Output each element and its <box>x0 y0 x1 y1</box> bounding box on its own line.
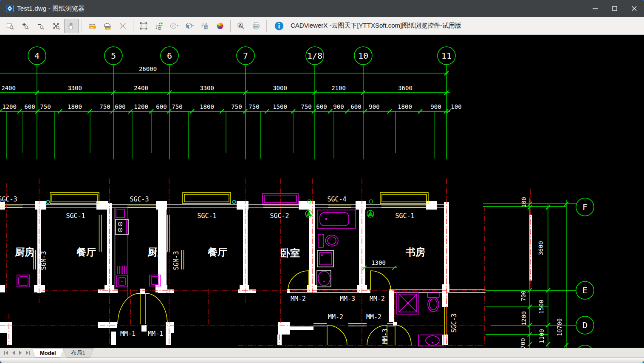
zoom-extents-button[interactable] <box>49 19 63 33</box>
grid-bubble-label: E <box>582 285 588 295</box>
dimension-label: 600 <box>24 103 35 110</box>
dimension-label: 1200 <box>2 103 17 110</box>
next-sheet-button[interactable] <box>17 349 24 357</box>
measure-area-icon <box>103 20 112 31</box>
first-sheet-button[interactable] <box>3 349 10 357</box>
grid-bubble-label: F <box>582 202 588 212</box>
component-tag: MM-2 <box>370 295 385 303</box>
dimension-label: 10700 <box>556 318 563 336</box>
component-tag: MM-1 <box>120 330 136 337</box>
dimension-label: 1200 <box>520 311 527 326</box>
find-text-icon: A <box>237 20 245 31</box>
dimension-label: 1100 <box>538 329 545 343</box>
measure-distance-button[interactable] <box>85 19 99 33</box>
room-label: 厨房 <box>147 247 167 258</box>
refresh-view-button[interactable] <box>152 19 166 33</box>
zoom-out-icon <box>37 20 45 31</box>
component-tag: MM-3 <box>340 295 355 303</box>
dimension-label: 1800 <box>398 103 412 110</box>
dimension-label: 2400 <box>1 85 16 91</box>
view-orientation-icon <box>170 20 178 31</box>
component-tag: SGC-3 <box>0 196 17 203</box>
dimension-label: 1200 <box>134 103 148 110</box>
component-tag: MM-3 <box>381 329 389 344</box>
visual-style-icon <box>185 20 194 31</box>
dimension-label: 700 <box>520 338 526 348</box>
maximize-button[interactable] <box>605 0 624 17</box>
grid-bubble-label: 4 <box>34 51 40 61</box>
dimension-label: 750 <box>40 103 51 110</box>
dimension-label: 3600 <box>537 241 544 255</box>
zoom-out-button[interactable] <box>34 19 48 33</box>
brand-text: CADViewerX -云图天下[YTTXSoft.com]图纸浏览控件-试用版 <box>291 22 461 30</box>
snap-point-icon <box>119 20 127 31</box>
dimension-label: 3300 <box>200 85 214 91</box>
layers-icon <box>201 20 209 31</box>
drawing-canvas[interactable]: 2600045671/81011240033002400330030002100… <box>0 35 644 348</box>
total-dimension-label: 26000 <box>139 65 157 72</box>
component-tag: MM-2 <box>328 313 343 321</box>
dimension-label: 1500 <box>538 300 545 314</box>
dimension-label: 750 <box>301 103 311 110</box>
measure-area-button[interactable] <box>100 19 115 33</box>
room-label: 书房 <box>405 247 425 258</box>
zoom-in-button[interactable] <box>18 19 33 33</box>
zoom-window-button[interactable] <box>3 19 17 33</box>
main-toolbar: A CADViewerX -云图天下[YTTXSoft.com]图纸浏览控件-试… <box>0 17 644 35</box>
layers-button[interactable] <box>198 19 212 33</box>
app-window: Test1.dwg - 图纸浏览器 <box>0 0 644 363</box>
component-tag: SGC-1 <box>395 212 414 220</box>
marker-circle-cyan <box>232 200 236 204</box>
visual-style-button[interactable] <box>182 19 197 33</box>
last-sheet-button[interactable] <box>24 349 31 357</box>
zoom-extents-icon <box>52 20 60 31</box>
zoom-in-icon <box>21 20 30 31</box>
component-tag: SGM-3 <box>172 251 180 270</box>
colors-button[interactable] <box>213 19 227 33</box>
sheet-tab-bar: Model 布局1 <box>0 348 644 363</box>
previous-sheet-button[interactable] <box>10 349 17 357</box>
print-button[interactable] <box>249 19 263 33</box>
color-wheel-icon <box>216 20 224 31</box>
dimension-label: 100 <box>451 103 461 110</box>
title-bar: Test1.dwg - 图纸浏览器 <box>0 0 644 17</box>
grid-bubble-label: 5 <box>111 51 116 61</box>
room-label: 卧室 <box>280 247 300 258</box>
pan-hand-icon <box>67 20 76 31</box>
component-tag: SGC-3 <box>450 313 458 332</box>
sheet-nav <box>0 348 33 357</box>
snap-point-button[interactable] <box>116 19 130 33</box>
door-dimension-label: 1300 <box>371 259 386 266</box>
grid-bubble-label: 1/8 <box>307 51 322 61</box>
tab-layout1[interactable]: 布局1 <box>63 348 94 357</box>
close-button[interactable] <box>624 0 644 17</box>
grid-bubble-label: 6 <box>167 51 172 61</box>
dimension-label: 600 <box>350 103 361 110</box>
refresh-view-icon <box>155 20 163 31</box>
find-text-button[interactable]: A <box>234 19 248 33</box>
dimension-label: 1800 <box>200 103 214 110</box>
component-tag: SGC-2 <box>270 212 289 220</box>
marker-circle-green <box>369 200 373 203</box>
component-tag: MM-1 <box>148 330 163 337</box>
dimension-label: 3000 <box>273 85 287 91</box>
dimension-label: 3300 <box>68 85 82 91</box>
view-orientation-button[interactable] <box>167 19 181 33</box>
dimension-label: 750 <box>249 103 259 110</box>
fit-view-button[interactable] <box>136 19 151 33</box>
pan-button[interactable] <box>64 19 79 33</box>
dimension-label: 900 <box>430 103 441 110</box>
toolbar-separator <box>133 20 133 32</box>
component-tag: MM-2 <box>291 295 306 303</box>
cad-drawing[interactable]: 2600045671/81011240033002400330030002100… <box>0 35 644 348</box>
status-strip <box>0 357 644 363</box>
dimension-label: 750 <box>172 103 182 110</box>
svg-text:A: A <box>239 23 242 28</box>
tab-layout1-label: 布局1 <box>70 349 87 357</box>
minimize-button[interactable] <box>585 0 605 17</box>
grid-bubble-label: D <box>582 320 588 330</box>
info-icon <box>274 20 285 31</box>
dimension-label: 1800 <box>68 103 82 110</box>
marker-circle-cyan <box>46 200 50 204</box>
tab-model[interactable]: Model <box>31 348 65 357</box>
